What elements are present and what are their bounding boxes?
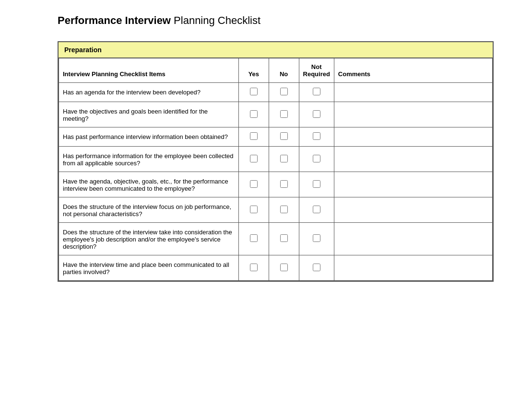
row-no-cell[interactable] bbox=[269, 147, 299, 172]
no-checkbox[interactable] bbox=[280, 180, 288, 188]
yes-checkbox[interactable] bbox=[250, 264, 258, 271]
row-item-text: Have the agenda, objective, goals, etc.,… bbox=[59, 172, 239, 197]
yes-checkbox[interactable] bbox=[250, 180, 258, 188]
not-required-checkbox[interactable] bbox=[313, 264, 320, 271]
col-header-no: No bbox=[269, 58, 299, 83]
not-required-checkbox[interactable] bbox=[313, 206, 320, 213]
no-checkbox[interactable] bbox=[280, 155, 288, 162]
row-comments-cell bbox=[334, 83, 492, 102]
table-row: Has performance information for the empl… bbox=[59, 147, 493, 172]
row-item-text: Have the interview time and place been c… bbox=[59, 255, 239, 281]
checklist-table-wrapper: Preparation Interview Planning Checklist… bbox=[58, 41, 494, 282]
row-no-cell[interactable] bbox=[269, 223, 299, 255]
checklist-table: Interview Planning Checklist Items Yes N… bbox=[59, 58, 493, 281]
section-header: Preparation bbox=[59, 42, 493, 58]
not-required-checkbox[interactable] bbox=[313, 110, 320, 118]
row-not-required-cell[interactable] bbox=[299, 172, 334, 197]
table-row: Have the agenda, objective, goals, etc.,… bbox=[59, 172, 493, 197]
row-yes-cell[interactable] bbox=[238, 127, 269, 147]
yes-checkbox[interactable] bbox=[250, 234, 258, 242]
yes-checkbox[interactable] bbox=[250, 88, 258, 95]
col-header-not-required: Not Required bbox=[299, 58, 334, 83]
yes-checkbox[interactable] bbox=[250, 132, 258, 140]
row-no-cell[interactable] bbox=[269, 172, 299, 197]
col-header-item: Interview Planning Checklist Items bbox=[59, 58, 239, 83]
row-no-cell[interactable] bbox=[269, 255, 299, 281]
not-required-checkbox[interactable] bbox=[313, 88, 320, 95]
row-not-required-cell[interactable] bbox=[299, 255, 334, 281]
no-checkbox[interactable] bbox=[280, 132, 288, 140]
no-checkbox[interactable] bbox=[280, 234, 288, 242]
table-row: Has past performance interview informati… bbox=[59, 127, 493, 147]
row-no-cell[interactable] bbox=[269, 102, 299, 127]
row-not-required-cell[interactable] bbox=[299, 147, 334, 172]
row-comments-cell bbox=[334, 255, 492, 281]
row-comments-cell bbox=[334, 197, 492, 223]
row-comments-cell bbox=[334, 127, 492, 147]
row-not-required-cell[interactable] bbox=[299, 127, 334, 147]
yes-checkbox[interactable] bbox=[250, 206, 258, 213]
not-required-checkbox[interactable] bbox=[313, 180, 320, 188]
no-checkbox[interactable] bbox=[280, 206, 288, 213]
not-required-checkbox[interactable] bbox=[313, 132, 320, 140]
row-not-required-cell[interactable] bbox=[299, 83, 334, 102]
table-row: Has an agenda for the interview been dev… bbox=[59, 83, 493, 102]
row-item-text: Have the objectives and goals been ident… bbox=[59, 102, 239, 127]
row-yes-cell[interactable] bbox=[238, 172, 269, 197]
not-required-checkbox[interactable] bbox=[313, 155, 320, 162]
row-comments-cell bbox=[334, 172, 492, 197]
table-row: Does the structure of the interview take… bbox=[59, 223, 493, 255]
row-no-cell[interactable] bbox=[269, 127, 299, 147]
table-row: Have the interview time and place been c… bbox=[59, 255, 493, 281]
table-row: Does the structure of the interview focu… bbox=[59, 197, 493, 223]
row-yes-cell[interactable] bbox=[238, 197, 269, 223]
row-comments-cell bbox=[334, 223, 492, 255]
row-item-text: Does the structure of the interview take… bbox=[59, 223, 239, 255]
row-not-required-cell[interactable] bbox=[299, 223, 334, 255]
row-item-text: Does the structure of the interview focu… bbox=[59, 197, 239, 223]
row-no-cell[interactable] bbox=[269, 83, 299, 102]
no-checkbox[interactable] bbox=[280, 264, 288, 271]
yes-checkbox[interactable] bbox=[250, 155, 258, 162]
row-no-cell[interactable] bbox=[269, 197, 299, 223]
table-row: Have the objectives and goals been ident… bbox=[59, 102, 493, 127]
no-checkbox[interactable] bbox=[280, 88, 288, 95]
row-yes-cell[interactable] bbox=[238, 147, 269, 172]
row-item-text: Has past performance interview informati… bbox=[59, 127, 239, 147]
row-comments-cell bbox=[334, 102, 492, 127]
row-yes-cell[interactable] bbox=[238, 255, 269, 281]
not-required-checkbox[interactable] bbox=[313, 234, 320, 242]
col-header-yes: Yes bbox=[238, 58, 269, 83]
row-yes-cell[interactable] bbox=[238, 223, 269, 255]
no-checkbox[interactable] bbox=[280, 110, 288, 118]
row-yes-cell[interactable] bbox=[238, 83, 269, 102]
page-title: Performance Interview Planning Checklist bbox=[58, 14, 513, 27]
row-not-required-cell[interactable] bbox=[299, 102, 334, 127]
row-yes-cell[interactable] bbox=[238, 102, 269, 127]
row-not-required-cell[interactable] bbox=[299, 197, 334, 223]
row-item-text: Has an agenda for the interview been dev… bbox=[59, 83, 239, 102]
yes-checkbox[interactable] bbox=[250, 110, 258, 118]
row-comments-cell bbox=[334, 147, 492, 172]
col-header-comments: Comments bbox=[334, 58, 492, 83]
row-item-text: Has performance information for the empl… bbox=[59, 147, 239, 172]
